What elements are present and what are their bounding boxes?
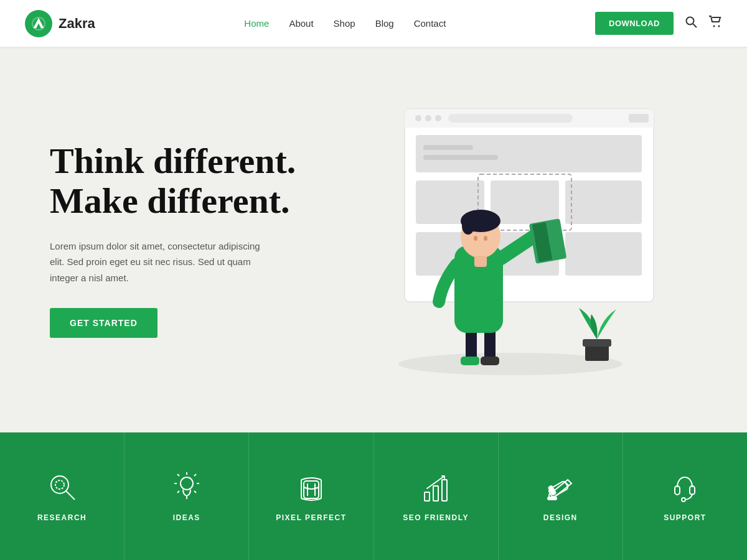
svg-point-42 [181,477,193,490]
svg-rect-16 [565,180,642,224]
svg-rect-13 [416,135,642,172]
svg-point-10 [435,115,441,121]
svg-rect-15 [491,180,559,224]
svg-rect-62 [675,486,680,495]
nav-links: Home About Shop Blog Contact [244,18,446,29]
svg-rect-63 [690,486,695,495]
svg-rect-56 [425,492,430,501]
nav-right: DOWNLOAD [595,12,722,35]
feature-support[interactable]: SUPPORT [623,432,747,560]
svg-rect-22 [423,155,498,160]
search-icon [685,16,697,28]
hero-title: Think different. Make different. [50,141,324,221]
svg-rect-37 [583,339,611,347]
download-button[interactable]: DOWNLOAD [595,12,674,35]
svg-rect-12 [629,114,649,123]
hero-section: Think different. Make different. Lorem i… [0,47,747,432]
svg-rect-38 [474,256,487,267]
svg-line-49 [177,491,179,493]
svg-rect-27 [481,357,499,365]
research-icon [46,471,78,503]
cart-button[interactable] [708,16,722,31]
feature-research[interactable]: RESEARCH [0,432,125,560]
svg-rect-21 [423,145,473,150]
svg-rect-20 [565,232,642,276]
navbar: Zakra Home About Shop Blog Contact DOWNL… [0,0,747,47]
svg-rect-58 [442,480,447,501]
design-label: DESIGN [543,513,578,522]
logo-icon [25,10,52,37]
logo[interactable]: Zakra [25,10,95,37]
hero-description: Lorem ipsum dolor sit amet, consectetur … [50,238,274,286]
svg-rect-61 [548,497,557,500]
feature-pixel-perfect[interactable]: PIXEL PERFECT [249,432,374,560]
cart-icon [708,16,722,28]
feature-ideas[interactable]: IDEAS [125,432,249,560]
nav-item-about[interactable]: About [289,18,313,29]
svg-point-39 [51,476,68,493]
svg-rect-57 [433,486,438,501]
svg-point-34 [474,236,477,241]
svg-point-33 [462,217,474,235]
research-label: RESEARCH [37,513,87,522]
svg-point-1 [687,17,694,25]
get-started-button[interactable]: GET STARTED [50,308,157,338]
svg-point-8 [415,115,421,121]
svg-point-41 [55,480,64,489]
svg-line-50 [194,491,196,493]
illustration-wrapper [324,90,672,389]
support-icon [669,471,701,503]
pixel-perfect-label: PIXEL PERFECT [276,513,346,522]
svg-line-40 [66,491,75,500]
hero-illustration [324,47,697,432]
hero-svg-illustration [324,90,672,389]
svg-line-2 [693,24,697,28]
features-bar: RESEARCH IDEAS PIXEL PERFE [0,432,747,560]
svg-rect-26 [461,357,479,365]
pixel-perfect-icon [295,471,327,503]
design-icon [544,471,576,503]
nav-item-home[interactable]: Home [244,18,269,29]
ideas-label: IDEAS [173,513,200,522]
svg-line-46 [194,474,196,476]
seo-label: SEO FRIENDLY [403,513,469,522]
seo-icon [420,471,452,503]
svg-point-64 [682,498,685,502]
svg-rect-11 [448,114,573,123]
hero-content: Think different. Make different. Lorem i… [50,141,324,338]
ideas-icon [171,471,203,503]
nav-item-contact[interactable]: Contact [414,18,446,29]
feature-seo[interactable]: SEO FRIENDLY [374,432,499,560]
svg-point-35 [484,236,487,241]
nav-item-shop[interactable]: Shop [334,18,355,29]
svg-point-3 [713,26,715,27]
svg-point-9 [425,115,431,121]
feature-design[interactable]: DESIGN [499,432,623,560]
support-label: SUPPORT [664,513,707,522]
search-button[interactable] [685,16,697,31]
svg-line-45 [177,474,179,476]
svg-point-4 [718,26,720,27]
nav-item-blog[interactable]: Blog [375,18,394,29]
logo-text: Zakra [59,16,95,32]
